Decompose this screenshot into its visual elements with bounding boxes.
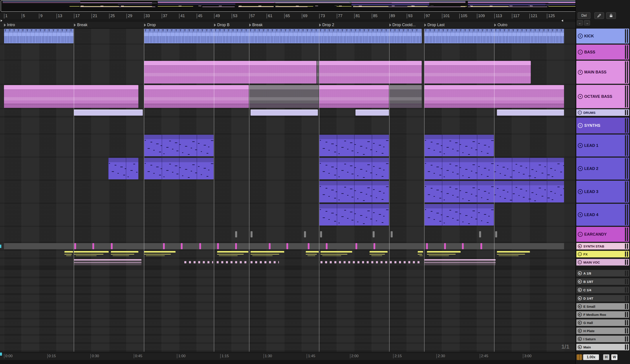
track-play-icon[interactable]: ▶ <box>578 321 582 325</box>
zoom-amount-display[interactable]: 1.00x <box>583 354 599 360</box>
time-label[interactable]: 0:15 <box>47 354 56 358</box>
track-play-icon[interactable]: ▶ <box>578 244 582 248</box>
loop-bar[interactable] <box>0 19 576 22</box>
clip-wave2[interactable] <box>319 85 389 108</box>
clip-stab[interactable] <box>286 243 288 249</box>
bar-number[interactable]: 1 <box>4 14 8 18</box>
track-play-icon[interactable]: ▶ <box>578 296 582 300</box>
track-fold-icon[interactable]: ▼ <box>578 166 583 171</box>
clip-fx[interactable] <box>74 251 108 257</box>
timeline[interactable]: TTTTTTTTTTTTTTTTTTTTTTTTTTTTTTTTTTTTTTTT… <box>0 28 576 352</box>
clip-vdash[interactable] <box>320 259 422 265</box>
clip-gtick[interactable] <box>250 231 252 237</box>
bar-number[interactable]: 113 <box>494 14 502 18</box>
bar-number[interactable]: 25 <box>109 14 115 18</box>
bar-number[interactable]: 65 <box>284 14 290 18</box>
track-menu-icon[interactable]: ≡ <box>578 50 583 54</box>
time-label[interactable]: 1:15 <box>220 354 229 358</box>
track-header[interactable]: ▶Main <box>576 344 629 350</box>
arrangement-marker[interactable]: Outro <box>494 23 507 27</box>
clip-midi[interactable] <box>108 158 138 179</box>
clip-stab[interactable] <box>326 243 328 249</box>
track-play-icon[interactable]: ▶ <box>578 271 582 275</box>
bar-number[interactable]: 73 <box>319 14 325 18</box>
clip-fx[interactable] <box>250 251 284 257</box>
marker-row[interactable]: IntroBreakDropDrop BBreakDrop 2Drop Cool… <box>0 22 576 28</box>
time-label[interactable]: 0:30 <box>90 354 99 358</box>
clip-fx[interactable] <box>418 251 423 257</box>
clip-midi[interactable] <box>144 158 214 179</box>
time-label[interactable]: 2:45 <box>480 354 488 358</box>
track-header[interactable]: ≡DRUMS <box>576 109 629 116</box>
arrangement-marker[interactable]: Drop Last <box>424 23 444 27</box>
bar-number[interactable]: 97 <box>424 14 430 18</box>
clip-gtick[interactable] <box>235 231 237 237</box>
width-zoom-button[interactable]: W <box>611 354 618 360</box>
track-play-icon[interactable]: ▶ <box>578 280 582 284</box>
clip-wave[interactable] <box>424 61 531 83</box>
clip-gtick[interactable] <box>304 231 306 237</box>
time-label[interactable]: 1:30 <box>264 354 272 358</box>
clip-gtick[interactable] <box>373 231 374 237</box>
overview-strip[interactable] <box>0 0 630 12</box>
clip-thin[interactable] <box>250 109 318 116</box>
track-fold-icon[interactable]: ▼ <box>578 70 583 75</box>
bar-number[interactable]: 37 <box>162 14 168 18</box>
time-label[interactable]: 0:45 <box>134 354 142 358</box>
bar-ruler[interactable]: 1591317212529333741454953576165697377818… <box>0 12 576 20</box>
bar-number[interactable]: 101 <box>442 14 450 18</box>
arrangement-marker[interactable]: Drop <box>144 23 156 27</box>
clip-thin[interactable] <box>497 109 564 116</box>
clip-stab[interactable] <box>356 243 357 249</box>
scroll-left-arrow-icon[interactable] <box>1 19 2 22</box>
bar-number[interactable]: 61 <box>266 14 272 18</box>
arrangement-marker[interactable]: Break <box>249 23 263 27</box>
clip-kick[interactable]: TTTTTTTTTTTTTTTTTTTTTTTTTTTTTTTTTTTTTTTT… <box>144 29 422 43</box>
track-header[interactable]: ▶G Hall <box>576 319 629 326</box>
clip-wave2[interactable] <box>4 85 138 108</box>
bar-number[interactable]: 125 <box>547 14 555 18</box>
clip-stab[interactable] <box>426 243 428 249</box>
bar-number[interactable]: 9 <box>39 14 42 18</box>
clip-fx[interactable] <box>64 251 73 257</box>
clip-thin[interactable] <box>74 109 143 116</box>
bar-number[interactable]: 69 <box>302 14 308 18</box>
clip-band[interactable] <box>4 243 564 249</box>
clip-gtick[interactable] <box>479 231 481 237</box>
clip-wave[interactable] <box>319 61 422 83</box>
bar-number[interactable]: 53 <box>232 14 237 18</box>
clip-midi[interactable] <box>319 158 389 179</box>
track-header[interactable]: ≡MAIN VOC <box>576 259 629 266</box>
clip-midi[interactable] <box>424 135 494 156</box>
clip-wave[interactable] <box>144 61 316 83</box>
track-header[interactable]: ≡SYNTHS <box>576 118 629 133</box>
time-label[interactable]: 2:15 <box>393 354 402 358</box>
clip-fx[interactable] <box>111 251 138 257</box>
bar-number[interactable]: 17 <box>74 14 80 18</box>
delete-button[interactable]: Del <box>578 12 590 19</box>
track-header[interactable]: ▶I Saturn <box>576 336 629 342</box>
clip-stab[interactable] <box>163 243 165 249</box>
clip-stab[interactable] <box>181 243 182 249</box>
clip-stab[interactable] <box>480 243 482 249</box>
time-ruler[interactable]: 0:000:150:300:451:001:151:301:452:002:15… <box>0 353 576 360</box>
bar-number[interactable]: 21 <box>92 14 97 18</box>
time-label[interactable]: 1:00 <box>177 354 186 358</box>
clip-stab[interactable] <box>111 243 113 249</box>
track-header[interactable]: ▼LEAD 3 <box>576 181 629 203</box>
track-header[interactable]: ▶H Plate <box>576 328 629 334</box>
bar-number[interactable]: 41 <box>179 14 185 18</box>
clip-fx[interactable] <box>217 251 248 257</box>
clip-midi[interactable] <box>144 135 214 156</box>
clip-vdash[interactable] <box>217 259 248 265</box>
clip-stab[interactable] <box>199 243 201 249</box>
clip-stab[interactable] <box>308 243 310 249</box>
bar-number[interactable]: 5 <box>22 14 25 18</box>
clip-stab[interactable] <box>74 243 76 249</box>
clip-stab[interactable] <box>92 243 94 249</box>
track-fold-icon[interactable]: ▼ <box>578 143 583 148</box>
clip-vstrip[interactable] <box>424 259 496 265</box>
clip-midi[interactable] <box>319 135 389 156</box>
track-menu-icon[interactable]: ≡ <box>578 232 583 237</box>
track-header[interactable]: ≡BASS <box>576 45 629 59</box>
